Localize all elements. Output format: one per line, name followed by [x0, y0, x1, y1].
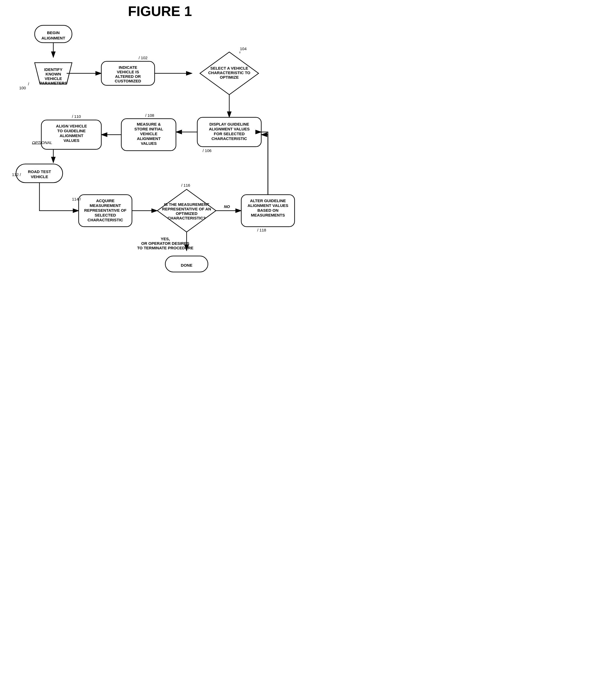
indicate-label3: ALTERED OR	[115, 74, 141, 79]
yes-text3: TO TERMINATE PROCEDURE	[137, 246, 193, 250]
align-label4: VALUES	[63, 138, 79, 143]
begin-label2: ALIGNMENT	[41, 36, 65, 40]
line-alter-display	[261, 132, 268, 195]
ref-114: 114 /	[72, 197, 81, 201]
line-road-acquire	[40, 183, 61, 211]
select-label2: CHARACTERISTIC TO	[208, 70, 250, 75]
road-label2: VEHICLE	[31, 174, 48, 179]
display-label1: DISPLAY GUIDELINE	[209, 122, 249, 127]
ref-118: / 118	[257, 228, 266, 232]
ref-108: / 108	[145, 113, 154, 118]
alter-label3: BASED ON	[257, 208, 278, 213]
ref-104: 104	[240, 46, 247, 51]
display-label3: FOR SELECTED	[214, 131, 245, 136]
measure-label3: VEHICLE	[140, 131, 157, 136]
indicate-label4: CUSTOMIZED	[115, 79, 141, 83]
indicate-label1: INDICATE	[119, 65, 137, 70]
acquire-label2: MEASUREMENT	[90, 203, 121, 208]
acquire-label4: SELECTED	[95, 213, 116, 217]
yes-text1: YES,	[161, 236, 170, 241]
decision-label4: CHARACTERISTIC?	[168, 216, 206, 220]
ref-102: / 102	[139, 56, 147, 60]
display-label2: ALIGNMENT VALUES	[209, 127, 250, 131]
figure-title: FIGURE 1	[128, 3, 192, 19]
align-label1: ALIGN VEHICLE	[56, 124, 87, 128]
identify-label3: VEHICLE	[45, 76, 62, 81]
measure-label2: STORE INITIAL	[134, 127, 163, 131]
measure-label1: MEASURE &	[137, 122, 161, 127]
line-alter-align-back	[261, 135, 268, 195]
identify-label4: PARAMETERS	[40, 81, 67, 85]
done-label: DONE	[181, 263, 192, 267]
identify-label1: IDENTIFY	[44, 67, 62, 72]
decision-label2: REPRESENTATIVE OF AN	[162, 207, 211, 211]
decision-label3: OPTIMIZED	[176, 211, 197, 216]
acquire-label3: REPRESENTATIVE OF	[84, 208, 126, 213]
display-label4: CHARACTERISTIC	[211, 136, 247, 141]
identify-label2: KNOWN	[46, 72, 61, 76]
yes-text2: OR OPERATOR DESIRES	[141, 241, 189, 246]
ref-106: / 106	[203, 148, 211, 153]
measure-label5: VALUES	[141, 141, 157, 146]
decision-label1: IS THE MEASUREMENT	[164, 202, 209, 207]
indicate-label2: VEHICLE IS	[117, 70, 139, 74]
road-label1: ROAD TEST	[28, 169, 51, 174]
ref-100-num: 100	[19, 86, 26, 90]
ref-116: / 116	[181, 183, 190, 188]
alter-label4: MEASUREMENTS	[251, 213, 285, 217]
acquire-label5: CHARACTERISTIC	[87, 218, 123, 222]
align-label3: ALIGNMENT	[59, 133, 83, 138]
ref-100: /	[28, 82, 29, 86]
alter-label2: ALIGNMENT VALUES	[248, 203, 288, 208]
page: FIGURE 1 BEGIN ALIGNMENT IDENTIFY KNOWN …	[0, 0, 306, 350]
flowchart: FIGURE 1 BEGIN ALIGNMENT IDENTIFY KNOWN …	[0, 0, 306, 350]
select-label3: OPTIMIZE	[220, 75, 239, 79]
ref-112: 112 /	[12, 172, 21, 177]
alter-label1: ALTER GUIDELINE	[250, 199, 286, 203]
ref-110: / 110	[72, 114, 81, 119]
align-label2: TO GUIDELINE	[57, 129, 86, 133]
measure-label4: ALIGNMENT	[137, 136, 161, 141]
acquire-label1: ACQUIRE	[96, 199, 114, 203]
begin-label: BEGIN	[47, 30, 60, 35]
select-label1: SELECT A VEHICLE	[210, 66, 248, 70]
no-label: NO	[224, 204, 230, 209]
